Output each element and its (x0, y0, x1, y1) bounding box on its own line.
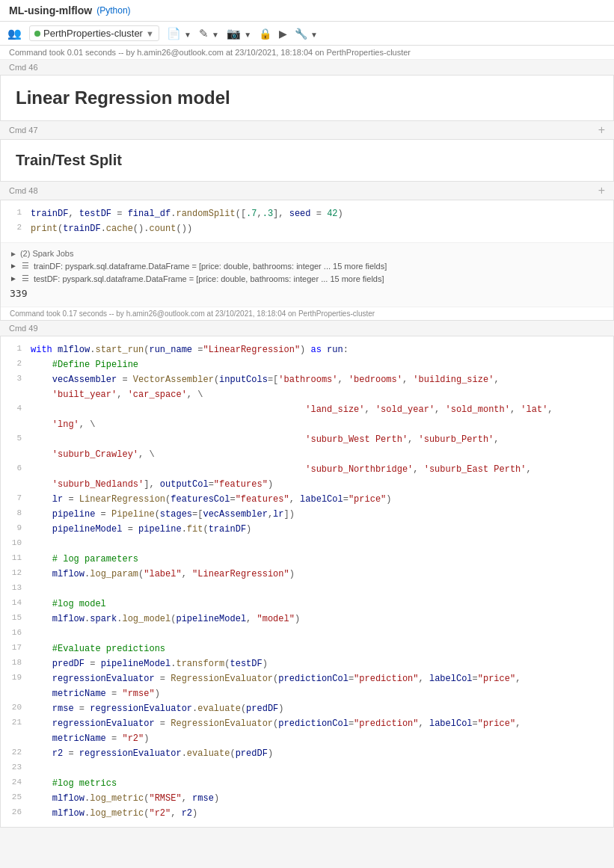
cluster-status-dot (34, 31, 40, 37)
notebook-title: ML-using-mlflow (9, 4, 92, 16)
language-badge: (Python) (96, 5, 130, 16)
spark-jobs-arrow: ► (10, 250, 17, 258)
file-icon[interactable]: 📄 ▼ (167, 27, 191, 40)
cmd-47-number: Cmd 47 (9, 126, 38, 135)
edit-icon[interactable]: ✎ ▼ (199, 27, 219, 40)
code-line-49-3b: 'built_year', 'car_space', \ (1, 387, 613, 402)
code-line-49-17: 17 #Evaluate predictions (1, 641, 613, 656)
cmd-46-label: Cmd 46 (0, 60, 614, 75)
spark-jobs-toggle[interactable]: ► (2) Spark Jobs (10, 247, 604, 259)
spark-jobs-label: (2) Spark Jobs (20, 249, 74, 258)
cell-48: 1 trainDF, testDF = final_df.randomSplit… (0, 200, 614, 321)
code-line-49-6: 6 'suburb_Northbridge', 'suburb_East Per… (1, 462, 613, 477)
notebook-container: Cmd 46 Linear Regression model Cmd 47 + … (0, 60, 614, 828)
code-line-49-3: 3 vecAssembler = VectorAssembler(inputCo… (1, 372, 613, 387)
people-icon: 👥 (7, 27, 22, 40)
add-cell-47-button[interactable]: + (598, 124, 605, 136)
code-line-49-25: 25 mlflow.log_metric("RMSE", rmse) (1, 791, 613, 806)
count-output: 339 (10, 285, 604, 302)
code-line-49-14: 14 #log model (1, 597, 613, 612)
code-line-49-4: 4 'land_size', 'sold_year', 'sold_month'… (1, 402, 613, 417)
cell-46: Linear Regression model (0, 75, 614, 121)
code-line-49-11: 11 # log parameters (1, 552, 613, 567)
cmd-49-number: Cmd 49 (9, 324, 38, 333)
code-line-2: 2 print(trainDF.cache().count()) (1, 221, 613, 236)
code-line-49-18: 18 predDF = pipelineModel.transform(test… (1, 656, 613, 671)
cell-48-output: ► (2) Spark Jobs ► ☰ trainDF: pyspark.sq… (1, 242, 613, 307)
code-line-49-5b: 'suburb_Crawley', \ (1, 447, 613, 462)
testdf-arrow[interactable]: ► (10, 274, 17, 283)
code-line-49-6b: 'suburb_Nedlands'], outputCol="features"… (1, 477, 613, 492)
train-df-output: ► ☰ trainDF: pyspark.sql.dataframe.DataF… (10, 259, 604, 272)
code-line-49-22: 22 r2 = regressionEvaluator.evaluate(pre… (1, 746, 613, 761)
status-bar-top: Command took 0.01 seconds -- by h.amin26… (0, 46, 614, 60)
cell-47: Train/Test Split (0, 139, 614, 182)
code-line-49-26: 26 mlflow.log_metric("r2", r2) (1, 806, 613, 821)
play-icon[interactable]: ▶ (279, 28, 287, 40)
code-line-49-19b: metricName = "rmse") (1, 686, 613, 701)
test-df-output: ► ☰ testDF: pyspark.sql.dataframe.DataFr… (10, 272, 604, 285)
code-line-49-21: 21 regressionEvaluator = RegressionEvalu… (1, 716, 613, 731)
cmd-48-number: Cmd 48 (9, 186, 38, 195)
cell-47-heading: Train/Test Split (16, 152, 598, 169)
cmd-49-label: Cmd 49 (0, 321, 614, 336)
image-icon[interactable]: 📷 ▼ (227, 27, 251, 40)
cell-49: 1 with mlflow.start_run(run_name ="Linea… (0, 336, 614, 828)
cell-48-code[interactable]: 1 trainDF, testDF = final_df.randomSplit… (1, 200, 613, 242)
code-line-49-10: 10 (1, 537, 613, 552)
code-line-49-2: 2 #Define Pipeline (1, 357, 613, 372)
code-line-1: 1 trainDF, testDF = final_df.randomSplit… (1, 206, 613, 221)
status-text-top: Command took 0.01 seconds -- by h.amin26… (9, 48, 411, 57)
code-line-49-12: 12 mlflow.log_param("label", "LinearRegr… (1, 567, 613, 582)
code-line-49-7: 7 lr = LinearRegression(featuresCol="fea… (1, 492, 613, 507)
code-line-49-16: 16 (1, 627, 613, 641)
cell-46-heading: Linear Regression model (16, 87, 598, 108)
code-line-49-13: 13 (1, 582, 613, 597)
code-line-49-1: 1 with mlflow.start_run(run_name ="Linea… (1, 342, 613, 357)
traindf-text: trainDF: pyspark.sql.dataframe.DataFrame… (34, 262, 387, 271)
code-line-49-15: 15 mlflow.spark.log_model(pipelineModel,… (1, 612, 613, 627)
cluster-selector[interactable]: PerthProperties-cluster ▼ (29, 25, 159, 41)
code-line-49-8: 8 pipeline = Pipeline(stages=[vecAssembl… (1, 507, 613, 522)
add-cell-48-button[interactable]: + (598, 185, 605, 197)
cell-48-status: Command took 0.17 seconds -- by h.amin26… (1, 307, 613, 320)
traindf-arrow[interactable]: ► (10, 262, 17, 270)
code-line-49-19: 19 regressionEvaluator = RegressionEvalu… (1, 671, 613, 686)
testdf-table-icon: ☰ (22, 274, 29, 283)
cluster-name: PerthProperties-cluster (43, 28, 143, 39)
code-line-49-4b: 'lng', \ (1, 417, 613, 432)
code-line-49-23: 23 (1, 761, 613, 776)
lock-icon[interactable]: 🔒 (259, 28, 271, 40)
code-line-49-24: 24 #log metrics (1, 776, 613, 791)
code-line-49-21b: metricName = "r2") (1, 731, 613, 746)
testdf-text: testDF: pyspark.sql.dataframe.DataFrame … (34, 274, 384, 283)
code-line-49-5: 5 'suburb_West Perth', 'suburb_Perth', (1, 432, 613, 447)
header-bar: ML-using-mlflow (Python) (0, 0, 614, 22)
cmd-47-label: Cmd 47 + (0, 121, 614, 139)
cmd-46-number: Cmd 46 (9, 63, 38, 72)
cmd-48-label: Cmd 48 + (0, 182, 614, 200)
code-line-49-20: 20 rmse = regressionEvaluator.evaluate(p… (1, 701, 613, 716)
cell-49-code[interactable]: 1 with mlflow.start_run(run_name ="Linea… (1, 336, 613, 827)
traindf-table-icon: ☰ (22, 261, 29, 271)
wrench-icon[interactable]: 🔧 ▼ (295, 28, 318, 40)
code-line-49-9: 9 pipelineModel = pipeline.fit(trainDF) (1, 522, 613, 537)
toolbar: 👥 PerthProperties-cluster ▼ 📄 ▼ ✎ ▼ 📷 ▼ … (0, 22, 614, 46)
cluster-dropdown-icon[interactable]: ▼ (146, 29, 154, 38)
